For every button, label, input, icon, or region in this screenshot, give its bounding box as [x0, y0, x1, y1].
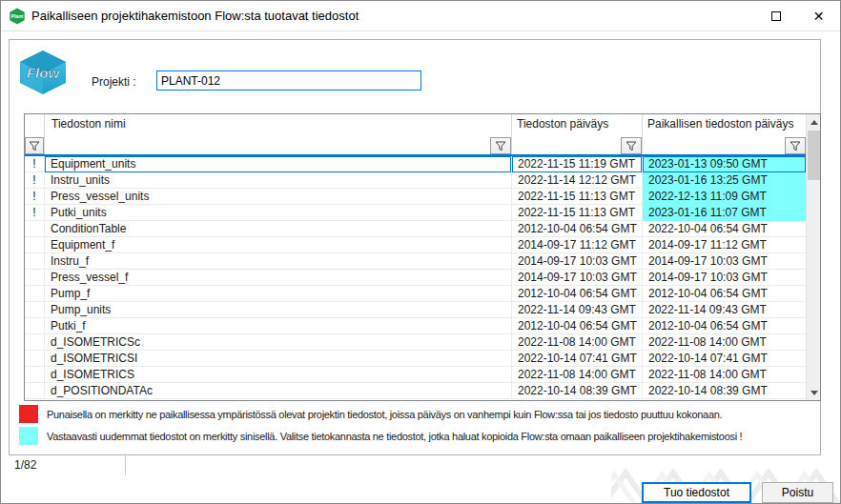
cell-name: d_ISOMETRICSc	[44, 334, 511, 351]
status-bar: 1/82	[9, 454, 821, 474]
flow-logo: Flow	[20, 50, 66, 94]
cell-flow-date: 2012-10-04 06:54 GMT	[511, 318, 642, 334]
svg-text:Plant: Plant	[11, 12, 24, 18]
table-row[interactable]: Instru_f 2014-09-17 10:03 GMT 2014-09-17…	[25, 253, 806, 270]
cell-flow-date: 2022-11-14 09:43 GMT	[511, 302, 642, 318]
cell-flow-date: 2022-11-14 12:12 GMT	[511, 172, 642, 189]
table-row[interactable]: ConditionTable 2012-10-04 06:54 GMT 2022…	[25, 221, 806, 237]
cell-marker	[25, 334, 44, 351]
funnel-icon	[29, 141, 40, 151]
table-row[interactable]: d_ISOMETRICSI 2022-10-14 07:41 GMT 2022-…	[25, 351, 806, 367]
cell-flow-date: 2012-10-04 06:54 GMT	[511, 221, 642, 237]
cell-flow-date: 2014-09-17 10:03 GMT	[511, 253, 642, 270]
cell-local-date: 2022-10-04 06:54 GMT	[642, 221, 806, 237]
cell-local-date: 2014-09-17 10:03 GMT	[642, 253, 806, 270]
cell-local-date: 2022-11-08 14:00 GMT	[642, 367, 806, 383]
cell-name: d_ISOMETRICSI	[44, 351, 511, 367]
cell-local-date: 2023-01-13 09:50 GMT	[642, 156, 806, 172]
cell-marker	[25, 318, 44, 334]
window-title: Paikalliseen projektihakemistoon Flow:st…	[31, 9, 359, 23]
cell-name: Equipment_f	[44, 237, 511, 253]
maximize-button[interactable]	[754, 1, 797, 31]
row-count: 1/82	[14, 458, 36, 472]
cell-marker	[25, 253, 44, 270]
project-label: Projekti :	[92, 75, 136, 89]
cell-name: Instru_units	[44, 172, 511, 189]
table-row[interactable]: ! Equipment_units 2022-11-15 11:19 GMT 2…	[25, 156, 806, 172]
cell-flow-date: 2022-11-15 11:13 GMT	[511, 205, 642, 221]
plant-app-icon: Plant	[9, 8, 26, 25]
cell-flow-date: 2022-11-08 14:00 GMT	[511, 367, 642, 383]
vertical-scrollbar[interactable]	[806, 114, 820, 400]
import-files-button[interactable]: Tuo tiedostot	[642, 482, 751, 503]
cell-name: Equipment_units	[44, 156, 511, 172]
table-row[interactable]: Press_vessel_f 2014-09-17 10:03 GMT 2014…	[25, 270, 806, 286]
cell-marker	[25, 302, 44, 318]
legend-cyan-swatch	[19, 427, 38, 445]
cell-name: Press_vessel_units	[44, 189, 511, 205]
cell-flow-date: 2014-09-17 10:03 GMT	[511, 270, 642, 286]
cell-name: Pump_f	[44, 286, 511, 302]
filter-button-local-date[interactable]	[785, 137, 806, 154]
table-row[interactable]: ! Press_vessel_units 2022-11-15 11:13 GM…	[25, 189, 806, 205]
cell-flow-date: 2022-11-08 14:00 GMT	[511, 334, 642, 351]
table-row[interactable]: d_ISOMETRICSc 2022-11-08 14:00 GMT 2022-…	[25, 334, 806, 351]
cell-marker	[25, 367, 44, 383]
scroll-up-button[interactable]	[807, 114, 821, 130]
exit-button[interactable]: Poistu	[762, 482, 833, 503]
cell-name: Putki_units	[44, 205, 511, 221]
table-row[interactable]: Putki_f 2012-10-04 06:54 GMT 2012-10-04 …	[25, 318, 806, 334]
table-row[interactable]: Pump_units 2022-11-14 09:43 GMT 2022-11-…	[25, 302, 806, 318]
arrow-up-icon	[810, 120, 818, 125]
table-row[interactable]: d_ISOMETRICS 2022-11-08 14:00 GMT 2022-1…	[25, 367, 806, 383]
legend-red-swatch	[19, 405, 38, 423]
cell-local-date: 2012-10-04 06:54 GMT	[642, 286, 806, 302]
table-row[interactable]: Equipment_f 2014-09-17 11:12 GMT 2014-09…	[25, 237, 806, 253]
cell-marker: !	[25, 156, 44, 172]
cell-marker: !	[25, 189, 44, 205]
file-table: Tiedoston nimi Tiedoston päiväys Paikall…	[24, 113, 821, 401]
funnel-icon	[790, 141, 801, 151]
filter-button-name[interactable]	[490, 137, 511, 154]
dialog-window: Plant Paikalliseen projektihakemistoon F…	[0, 0, 841, 504]
cell-flow-date: 2012-10-04 06:54 GMT	[511, 286, 642, 302]
scroll-down-button[interactable]	[807, 385, 821, 400]
cell-local-date: 2022-11-08 14:00 GMT	[642, 334, 806, 351]
close-button[interactable]: ✕	[797, 1, 840, 31]
table-row[interactable]: ! Instru_units 2022-11-14 12:12 GMT 2023…	[25, 172, 806, 189]
col-header-local-date: Paikallisen tiedoston päiväys	[647, 117, 793, 131]
arrow-down-icon	[810, 391, 818, 395]
cell-flow-date: 2022-11-15 11:19 GMT	[511, 156, 642, 172]
cell-marker	[25, 383, 44, 399]
flow-logo-text: Flow	[27, 65, 60, 81]
cell-local-date: 2022-11-14 09:43 GMT	[642, 302, 806, 318]
table-row[interactable]: Pump_f 2012-10-04 06:54 GMT 2012-10-04 0…	[25, 286, 806, 302]
scrollbar-thumb[interactable]	[808, 131, 820, 180]
cell-local-date: 2014-09-17 10:03 GMT	[642, 270, 806, 286]
cell-name: Instru_f	[44, 253, 511, 270]
col-header-name: Tiedoston nimi	[51, 117, 126, 131]
filter-button-flow-date[interactable]	[621, 137, 642, 154]
legend-red-text: Punaisella on merkitty ne paikallisessa …	[47, 409, 722, 420]
funnel-icon	[495, 141, 506, 151]
cell-name: d_POSITIONDATAc	[44, 383, 511, 399]
cell-name: d_ISOMETRICS	[44, 367, 511, 383]
col-header-flow-date: Tiedoston päiväys	[517, 117, 608, 131]
cell-local-date: 2022-10-14 08:39 GMT	[642, 383, 806, 399]
cell-local-date: 2012-10-04 06:54 GMT	[642, 318, 806, 334]
cell-marker: !	[25, 172, 44, 189]
table-row[interactable]: ! Putki_units 2022-11-15 11:13 GMT 2023-…	[25, 205, 806, 221]
funnel-icon	[626, 141, 637, 151]
cell-flow-date: 2022-10-14 07:41 GMT	[511, 351, 642, 367]
cell-local-date: 2022-10-14 07:41 GMT	[642, 351, 806, 367]
cell-name: Pump_units	[44, 302, 511, 318]
table-row[interactable]: d_POSITIONDATAc 2022-10-14 08:39 GMT 202…	[25, 383, 806, 399]
cell-marker	[25, 286, 44, 302]
legend-cyan-text: Vastaavasti uudemmat tiedostot on merkit…	[47, 431, 742, 442]
filter-button-marker[interactable]	[25, 137, 44, 154]
cell-local-date: 2014-09-17 11:12 GMT	[642, 237, 806, 253]
table-body: ! Equipment_units 2022-11-15 11:19 GMT 2…	[25, 156, 806, 399]
cell-local-date: 2023-01-16 13:25 GMT	[642, 172, 806, 189]
project-input[interactable]	[156, 71, 421, 91]
cell-flow-date: 2022-11-15 11:13 GMT	[511, 189, 642, 205]
